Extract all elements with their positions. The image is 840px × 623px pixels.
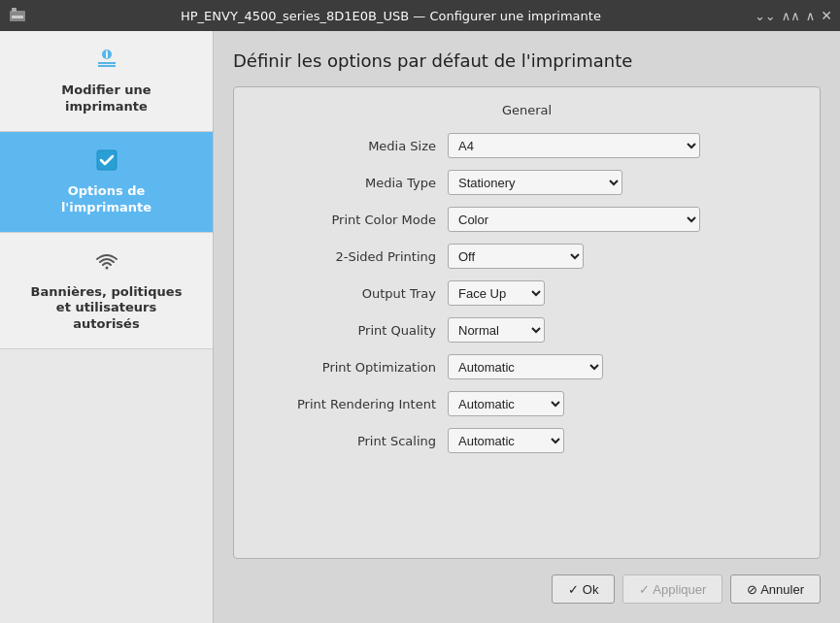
media-size-select[interactable]: A4 Letter Legal A5 A3 xyxy=(448,133,700,158)
svg-point-8 xyxy=(105,266,108,269)
svg-rect-3 xyxy=(98,62,116,64)
sidebar: i Modifier uneimprimante Options del'imp… xyxy=(0,31,214,623)
wifi-icon xyxy=(94,248,119,279)
content-area: Définir les options par défaut de l'impr… xyxy=(214,31,840,623)
svg-text:i: i xyxy=(105,49,108,60)
print-scaling-select[interactable]: Automatic None Fit Fill xyxy=(448,428,564,453)
window-controls[interactable]: ⌄⌄ ∧∧ ∧ ✕ xyxy=(755,9,832,22)
minimize-all-icon[interactable]: ⌄⌄ xyxy=(755,10,776,22)
media-type-label: Media Type xyxy=(253,176,448,190)
print-color-mode-select[interactable]: Color Black and White Grayscale xyxy=(448,207,700,232)
print-scaling-row: Print Scaling Automatic None Fit Fill xyxy=(253,428,800,453)
print-color-mode-row: Print Color Mode Color Black and White G… xyxy=(253,207,800,232)
svg-rect-1 xyxy=(12,8,17,12)
print-optimization-label: Print Optimization xyxy=(253,360,448,375)
minimize-icon[interactable]: ∧ xyxy=(806,10,816,22)
print-optimization-row: Print Optimization Automatic Manual xyxy=(253,354,800,379)
sidebar-item-options[interactable]: Options del'imprimante xyxy=(0,132,213,233)
print-color-mode-label: Print Color Mode xyxy=(253,213,448,227)
edit-icon: i xyxy=(94,47,119,77)
close-icon[interactable]: ✕ xyxy=(821,9,832,22)
media-size-row: Media Size A4 Letter Legal A5 A3 xyxy=(253,133,800,158)
output-tray-select[interactable]: Face Up Face Down xyxy=(448,280,545,306)
button-bar: ✓ Ok ✓ Appliquer ⊘ Annuler xyxy=(233,574,821,604)
two-sided-printing-label: 2-Sided Printing xyxy=(253,249,448,264)
cancel-button[interactable]: ⊘ Annuler xyxy=(730,574,821,604)
print-rendering-intent-label: Print Rendering Intent xyxy=(253,397,448,411)
print-quality-select[interactable]: Normal Draft Best xyxy=(448,317,545,343)
print-rendering-intent-row: Print Rendering Intent Automatic Percept… xyxy=(253,391,800,416)
titlebar: HP_ENVY_4500_series_8D1E0B_USB — Configu… xyxy=(0,0,840,31)
section-title: General xyxy=(253,103,800,117)
output-tray-row: Output Tray Face Up Face Down xyxy=(253,280,800,306)
apply-button[interactable]: ✓ Appliquer xyxy=(622,574,722,604)
print-optimization-select[interactable]: Automatic Manual xyxy=(448,354,603,379)
print-rendering-intent-select[interactable]: Automatic Perceptual Saturation Relative… xyxy=(448,391,564,416)
shade-icon[interactable]: ∧∧ xyxy=(782,10,800,22)
app-icon xyxy=(8,6,27,25)
media-size-label: Media Size xyxy=(253,139,448,153)
bannieres-label: Bannières, politiqueset utilisateursauto… xyxy=(31,284,183,334)
svg-rect-2 xyxy=(12,16,23,18)
two-sided-printing-select[interactable]: Off On (Long Edge) On (Short Edge) xyxy=(448,244,584,269)
sidebar-item-bannieres[interactable]: Bannières, politiqueset utilisateursauto… xyxy=(0,233,213,350)
two-sided-printing-row: 2-Sided Printing Off On (Long Edge) On (… xyxy=(253,244,800,269)
output-tray-label: Output Tray xyxy=(253,286,448,301)
print-quality-label: Print Quality xyxy=(253,323,448,338)
page-title: Définir les options par défaut de l'impr… xyxy=(233,50,821,71)
media-type-select[interactable]: Stationery Plain Photo Glossy xyxy=(448,170,622,195)
media-type-row: Media Type Stationery Plain Photo Glossy xyxy=(253,170,800,195)
sidebar-item-modifier[interactable]: i Modifier uneimprimante xyxy=(0,31,213,132)
options-panel: General Media Size A4 Letter Legal A5 A3… xyxy=(233,86,821,559)
options-icon xyxy=(94,148,119,178)
window-title: HP_ENVY_4500_series_8D1E0B_USB — Configu… xyxy=(27,9,755,23)
options-label: Options del'imprimante xyxy=(61,183,151,216)
print-scaling-label: Print Scaling xyxy=(253,434,448,448)
svg-rect-4 xyxy=(98,65,116,67)
modifier-label: Modifier uneimprimante xyxy=(61,82,151,115)
ok-button[interactable]: ✓ Ok xyxy=(552,574,615,604)
print-quality-row: Print Quality Normal Draft Best xyxy=(253,317,800,343)
main-layout: i Modifier uneimprimante Options del'imp… xyxy=(0,31,840,623)
